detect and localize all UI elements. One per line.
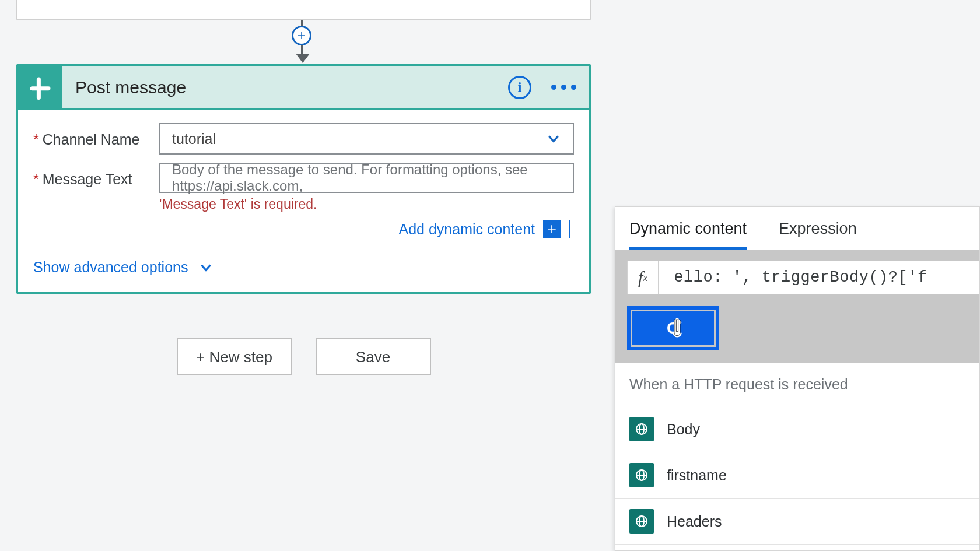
tab-dynamic-content[interactable]: Dynamic content — [629, 220, 747, 250]
dynamic-content-section-title: When a HTTP request is received — [615, 363, 979, 406]
chevron-down-icon — [198, 260, 214, 275]
previous-step-card[interactable] — [16, 0, 591, 20]
ok-button-highlight: O — [627, 306, 719, 350]
insert-step-button[interactable] — [292, 26, 312, 45]
dynamic-content-panel: Dynamic content Expression fx ello: ', t… — [615, 206, 980, 551]
add-dynamic-content-badge[interactable] — [543, 220, 561, 238]
more-menu-button[interactable] — [551, 85, 576, 90]
globe-icon — [629, 463, 654, 487]
save-button[interactable]: Save — [316, 338, 431, 375]
message-text-error: 'Message Text' is required. — [159, 196, 574, 212]
plus-icon — [546, 223, 558, 235]
card-title: Post message — [75, 78, 508, 97]
dynamic-content-item-label: Headers — [667, 513, 722, 530]
cursor-icon — [668, 317, 686, 339]
expression-text: ello: ', triggerBody()?['f — [659, 269, 927, 286]
post-message-card: Post message i *Channel Name tutorial — [16, 64, 591, 294]
channel-name-label: *Channel Name — [33, 123, 159, 148]
chevron-down-icon — [546, 131, 561, 146]
card-header[interactable]: Post message i — [18, 66, 589, 110]
dynamic-content-item[interactable]: Headers — [615, 499, 979, 545]
info-button[interactable]: i — [508, 76, 531, 99]
slack-icon — [18, 65, 62, 110]
fx-icon: fx — [628, 261, 659, 294]
dynamic-content-item[interactable]: firstname — [615, 452, 979, 499]
show-advanced-options-link[interactable]: Show advanced options — [33, 259, 574, 276]
new-step-button[interactable]: + New step — [177, 338, 292, 375]
dynamic-content-item-label: Body — [667, 421, 700, 438]
message-text-input[interactable]: Body of the message to send. For formatt… — [159, 163, 574, 193]
plus-icon — [296, 30, 307, 41]
globe-icon — [629, 509, 654, 534]
expression-input[interactable]: fx ello: ', triggerBody()?['f — [627, 261, 979, 294]
arrow-down-icon — [296, 54, 310, 63]
svg-rect-0 — [676, 320, 678, 331]
channel-name-value: tutorial — [172, 131, 216, 148]
ok-button[interactable]: O — [632, 311, 714, 345]
divider — [569, 220, 570, 238]
dynamic-content-item[interactable]: Body — [615, 406, 979, 452]
message-text-label: *Message Text — [33, 163, 159, 188]
add-dynamic-content-link[interactable]: Add dynamic content — [399, 221, 535, 238]
tab-expression[interactable]: Expression — [779, 220, 857, 250]
channel-name-select[interactable]: tutorial — [159, 123, 574, 155]
globe-icon — [629, 417, 654, 441]
dynamic-content-item-label: firstname — [667, 467, 727, 484]
